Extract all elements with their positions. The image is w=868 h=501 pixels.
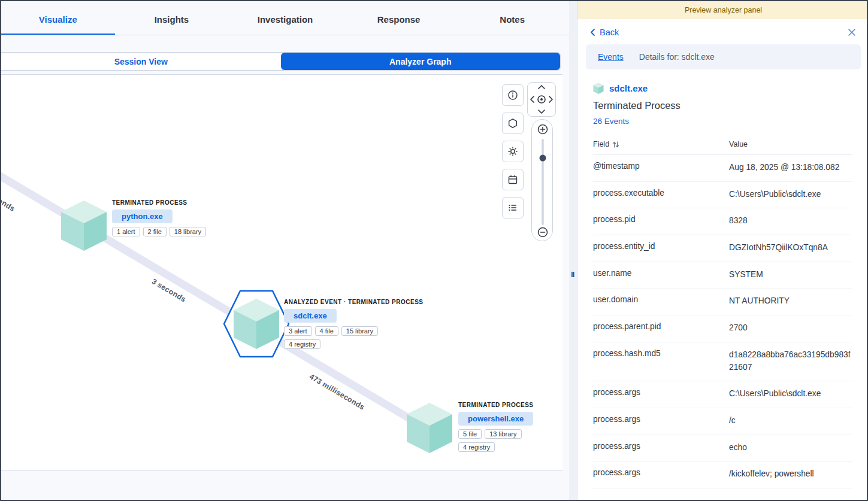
field-cell: process.hash.md5 bbox=[593, 349, 729, 374]
field-cell: @timestamp bbox=[593, 162, 729, 174]
tab-visualize[interactable]: Visualize bbox=[1, 5, 115, 35]
tab-notes[interactable]: Notes bbox=[455, 5, 569, 35]
pan-navigation-control[interactable] bbox=[527, 82, 556, 117]
details-breadcrumb-strip: Events Details for: sdclt.exe bbox=[586, 44, 861, 69]
node-name-pill[interactable]: powershell.exe bbox=[458, 412, 533, 426]
field-cell: process.args bbox=[593, 415, 729, 427]
session-view-button[interactable]: Session View bbox=[1, 53, 281, 70]
field-cell: process.executable bbox=[593, 189, 729, 201]
date-picker-button[interactable] bbox=[502, 169, 524, 190]
process-cube-icon bbox=[232, 299, 280, 349]
entity-name-link[interactable]: sdclt.exe bbox=[609, 83, 648, 93]
value-cell: C:\Users\Public\sdclt.exe bbox=[729, 388, 852, 400]
back-button[interactable]: Back bbox=[589, 28, 619, 37]
node-count-badge[interactable]: 4 registry bbox=[458, 442, 495, 452]
panel-resize-handle[interactable]: ‖ bbox=[571, 270, 575, 279]
value-cell: SYSTEM bbox=[729, 269, 852, 281]
value-cell: Aug 18, 2025 @ 13:18:08.082 bbox=[729, 162, 852, 174]
field-value-table: Field Value @timestampAug 18, 2025 @ 13:… bbox=[593, 135, 852, 488]
field-cell: process.pid bbox=[593, 215, 729, 227]
table-row: process.args/kickoffelev; powershell bbox=[593, 461, 852, 488]
value-cell: NT AUTHORITY bbox=[729, 295, 852, 308]
preview-banner: Preview analyzer panel bbox=[577, 1, 868, 19]
table-row: @timestampAug 18, 2025 @ 13:18:08.082 bbox=[593, 155, 852, 182]
pan-arrows-icon bbox=[528, 83, 555, 116]
pan-up-icon bbox=[539, 86, 545, 89]
field-column-header: Field bbox=[593, 140, 609, 148]
value-column-header: Value bbox=[729, 140, 748, 148]
tab-notes-label: Notes bbox=[500, 14, 525, 25]
tab-insights[interactable]: Insights bbox=[115, 5, 229, 35]
top-tab-bar: Visualize Insights Investigation Respons… bbox=[1, 1, 569, 35]
entity-summary: sdclt.exe Terminated Process 26 Events bbox=[577, 69, 868, 126]
value-cell: 8328 bbox=[729, 215, 852, 227]
zoom-thumb bbox=[540, 155, 546, 162]
events-tab-link[interactable]: Events bbox=[598, 52, 624, 62]
node-count-badge[interactable]: 2 file bbox=[143, 227, 167, 236]
info-icon bbox=[507, 90, 518, 101]
schema-button[interactable] bbox=[502, 113, 524, 134]
graph-toolbar bbox=[502, 84, 524, 218]
table-row: process.hash.md5d1a8228a8bba76ac33195db9… bbox=[593, 342, 852, 381]
node-count-badge[interactable]: 4 registry bbox=[284, 339, 320, 349]
field-cell: process.entity_id bbox=[593, 242, 729, 254]
list-icon bbox=[507, 202, 518, 213]
tab-insights-label: Insights bbox=[155, 14, 189, 25]
node-count-badge[interactable]: 13 library bbox=[485, 429, 521, 439]
node-count-badge[interactable]: 4 file bbox=[315, 326, 338, 336]
pan-down-icon bbox=[539, 110, 545, 113]
graph-settings-button[interactable] bbox=[502, 141, 524, 162]
node-count-badge[interactable]: 3 alert bbox=[284, 326, 312, 336]
entity-type-label: Terminated Process bbox=[593, 100, 852, 111]
node-count-badge[interactable]: 15 library bbox=[341, 326, 378, 336]
node-count-badge[interactable]: 5 file bbox=[458, 429, 482, 439]
process-cube-icon bbox=[406, 403, 453, 453]
table-row: process.entity_idDGZIotNh57QiilKOxTqn8A bbox=[593, 235, 852, 262]
analyzer-graph-canvas[interactable]: seconds 3 seconds 473 milliseconds TERMI… bbox=[1, 74, 562, 470]
analyzer-graph-button[interactable]: Analyzer Graph bbox=[281, 53, 561, 70]
node-count-badge[interactable]: 18 library bbox=[170, 227, 206, 236]
table-row: process.args/c bbox=[593, 408, 852, 435]
node-count-badge[interactable]: 1 alert bbox=[112, 227, 140, 236]
events-list-button[interactable] bbox=[502, 197, 524, 218]
zoom-track bbox=[542, 139, 543, 225]
table-row: user.domainNT AUTHORITY bbox=[593, 289, 852, 315]
table-row: process.parent.pid2700 bbox=[593, 315, 852, 342]
zoom-slider-icon bbox=[532, 120, 553, 241]
table-header-row: Field Value bbox=[593, 135, 852, 155]
node-kind-label: ANALYZED EVENT · TERMINATED PROCESS bbox=[284, 299, 424, 305]
flyout-header: Back bbox=[577, 19, 868, 43]
back-label: Back bbox=[600, 28, 619, 37]
legend-button[interactable] bbox=[502, 84, 524, 106]
app-window: Visualize Insights Investigation Respons… bbox=[0, 0, 868, 501]
value-cell: /c bbox=[729, 415, 852, 427]
table-row: user.nameSYSTEM bbox=[593, 262, 852, 289]
process-cube-icon bbox=[60, 201, 108, 251]
preview-analyzer-panel: Preview analyzer panel Back Events Detai… bbox=[577, 1, 868, 500]
tab-response[interactable]: Response bbox=[342, 5, 456, 35]
pan-left-icon bbox=[531, 96, 534, 102]
field-cell: user.name bbox=[593, 269, 729, 281]
close-button[interactable] bbox=[846, 27, 857, 38]
value-cell: C:\Users\Public\sdclt.exe bbox=[729, 189, 852, 201]
chevron-left-icon bbox=[589, 28, 595, 37]
table-row: process.argsC:\Users\Public\sdclt.exe bbox=[593, 381, 852, 408]
table-row: process.argsecho bbox=[593, 435, 852, 462]
sort-icon[interactable] bbox=[612, 141, 619, 148]
node-name-pill[interactable]: sdclt.exe bbox=[284, 309, 337, 323]
calendar-icon bbox=[507, 174, 518, 185]
field-cell: process.args bbox=[593, 442, 729, 454]
entity-events-link[interactable]: 26 Events bbox=[593, 117, 852, 126]
node-kind-label: TERMINATED PROCESS bbox=[458, 402, 534, 408]
field-cell: user.domain bbox=[593, 295, 729, 308]
value-cell: 2700 bbox=[729, 322, 852, 335]
tab-investigation[interactable]: Investigation bbox=[228, 5, 342, 35]
settings-icon bbox=[507, 146, 518, 157]
field-cell: process.args bbox=[593, 468, 729, 481]
node-name-pill[interactable]: python.exe bbox=[112, 209, 173, 223]
details-for-label: Details for: sdclt.exe bbox=[639, 52, 715, 62]
zoom-control[interactable] bbox=[531, 119, 553, 241]
view-toggle: Session View Analyzer Graph bbox=[1, 52, 561, 71]
pan-right-icon bbox=[549, 96, 552, 102]
process-cube-icon bbox=[593, 83, 604, 94]
